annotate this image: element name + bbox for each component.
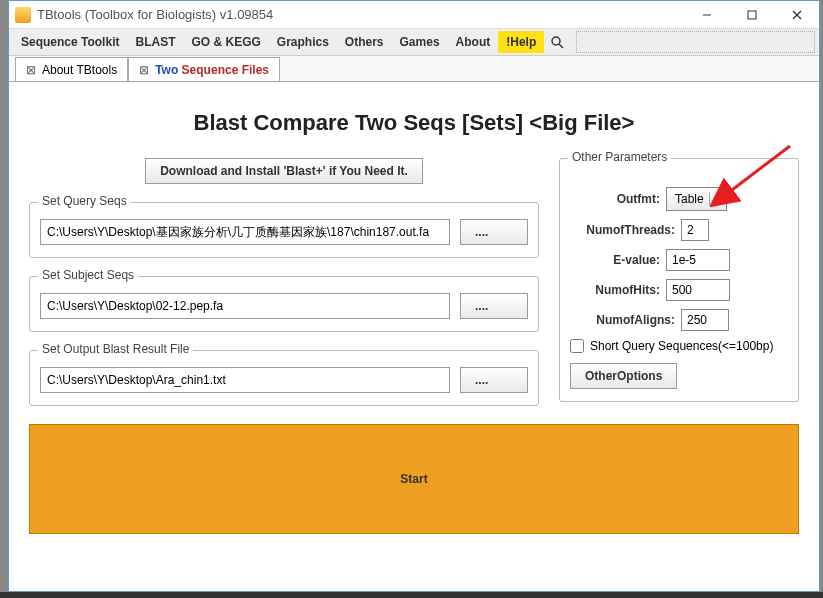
titlebar: TBtools (Toolbox for Biologists) v1.0985… <box>9 1 819 29</box>
tab-about-tbtools[interactable]: ⊠ About TBtools <box>15 57 128 81</box>
query-path-input[interactable] <box>40 219 450 245</box>
menu-blast[interactable]: BLAST <box>127 31 183 53</box>
evalue-label: E-value: <box>570 253 660 267</box>
tabbar: ⊠ About TBtools ⊠ Two Sequence Files <box>9 56 819 82</box>
threads-label: NumofThreads: <box>570 223 675 237</box>
minimize-button[interactable] <box>684 1 729 28</box>
outfmt-row: Outfmt: Table ▾ <box>570 187 788 211</box>
chevron-down-icon: ▾ <box>709 192 722 206</box>
tab-label: Two Sequence Files <box>155 63 269 77</box>
menu-spacer <box>576 31 815 53</box>
hits-label: NumofHits: <box>570 283 660 297</box>
subject-legend: Set Subject Seqs <box>38 268 138 282</box>
svg-rect-1 <box>748 11 756 19</box>
query-legend: Set Query Seqs <box>38 194 131 208</box>
threads-row: NumofThreads: <box>570 219 788 241</box>
subject-path-input[interactable] <box>40 293 450 319</box>
hits-row: NumofHits: <box>570 279 788 301</box>
content-area: Blast Compare Two Seqs [Sets] <Big File>… <box>9 82 819 550</box>
svg-line-5 <box>559 44 563 48</box>
evalue-input[interactable] <box>666 249 730 271</box>
aligns-row: NumofAligns: <box>570 309 788 331</box>
query-browse-button[interactable]: .... <box>460 219 528 245</box>
svg-point-4 <box>552 37 560 45</box>
aligns-label: NumofAligns: <box>570 313 675 327</box>
menubar: Sequence Toolkit BLAST GO & KEGG Graphic… <box>9 29 819 56</box>
start-button[interactable]: Start <box>29 424 799 534</box>
app-icon <box>15 7 31 23</box>
download-blast-button[interactable]: Download and Install 'Blast+' if You Nee… <box>145 158 423 184</box>
outfmt-select[interactable]: Table ▾ <box>666 187 727 211</box>
window-title: TBtools (Toolbox for Biologists) v1.0985… <box>37 7 684 22</box>
taskbar-edge <box>0 592 823 598</box>
menu-graphics[interactable]: Graphics <box>269 31 337 53</box>
menu-help[interactable]: !Help <box>498 31 544 53</box>
output-browse-button[interactable]: .... <box>460 367 528 393</box>
subject-fieldset: Set Subject Seqs .... <box>29 276 539 332</box>
threads-input[interactable] <box>681 219 709 241</box>
menu-others[interactable]: Others <box>337 31 392 53</box>
output-fieldset: Set Output Blast Result File .... <box>29 350 539 406</box>
evalue-row: E-value: <box>570 249 788 271</box>
menu-sequence-toolkit[interactable]: Sequence Toolkit <box>13 31 127 53</box>
output-path-input[interactable] <box>40 367 450 393</box>
start-label: Start <box>400 472 427 486</box>
page-title: Blast Compare Two Seqs [Sets] <Big File> <box>29 110 799 136</box>
subject-browse-button[interactable]: .... <box>460 293 528 319</box>
close-tab-icon[interactable]: ⊠ <box>139 63 149 77</box>
menu-about[interactable]: About <box>448 31 499 53</box>
outfmt-value: Table <box>675 192 704 206</box>
short-query-row: Short Query Sequences(<=100bp) <box>570 339 788 353</box>
other-options-button[interactable]: OtherOptions <box>570 363 677 389</box>
window-controls <box>684 1 819 28</box>
right-column: Other Parameters Outfmt: Table ▾ NumofTh… <box>559 158 799 420</box>
other-params-legend: Other Parameters <box>568 150 671 164</box>
app-window: TBtools (Toolbox for Biologists) v1.0985… <box>8 0 820 592</box>
hits-input[interactable] <box>666 279 730 301</box>
download-row: Download and Install 'Blast+' if You Nee… <box>29 158 539 184</box>
outfmt-label: Outfmt: <box>570 192 660 206</box>
maximize-button[interactable] <box>729 1 774 28</box>
tab-two-sequence-files[interactable]: ⊠ Two Sequence Files <box>128 57 280 81</box>
short-query-label: Short Query Sequences(<=100bp) <box>590 339 773 353</box>
left-column: Download and Install 'Blast+' if You Nee… <box>29 158 539 424</box>
search-icon[interactable] <box>544 31 570 53</box>
menu-games[interactable]: Games <box>392 31 448 53</box>
tab-label: About TBtools <box>42 63 117 77</box>
close-button[interactable] <box>774 1 819 28</box>
short-query-checkbox[interactable] <box>570 339 584 353</box>
aligns-input[interactable] <box>681 309 729 331</box>
output-legend: Set Output Blast Result File <box>38 342 193 356</box>
menu-go-kegg[interactable]: GO & KEGG <box>183 31 268 53</box>
query-fieldset: Set Query Seqs .... <box>29 202 539 258</box>
other-params-fieldset: Other Parameters Outfmt: Table ▾ NumofTh… <box>559 158 799 402</box>
close-tab-icon[interactable]: ⊠ <box>26 63 36 77</box>
